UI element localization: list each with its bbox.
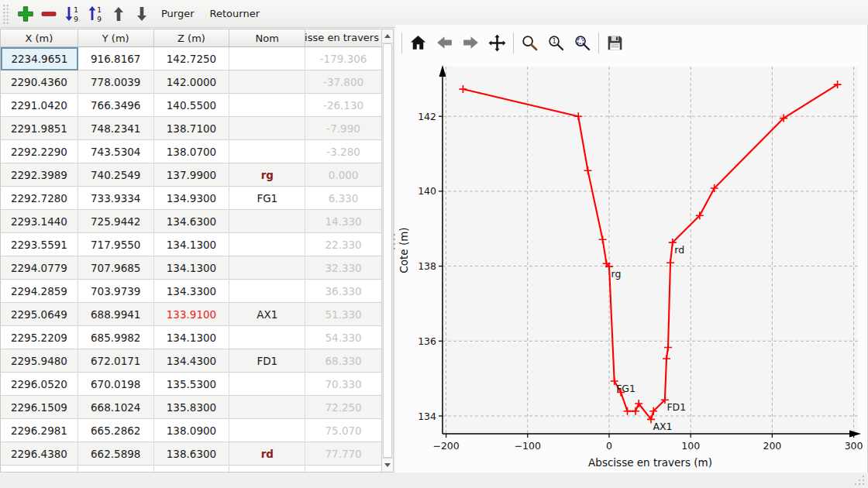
cell-x[interactable]: 2294.2859 [1, 280, 78, 303]
cell-z[interactable]: 134.1300 [154, 256, 230, 280]
cell-nom[interactable] [229, 70, 305, 94]
cell-z[interactable]: 134.6300 [154, 210, 230, 233]
cell-y[interactable]: 740.2549 [78, 163, 154, 187]
cell-abscisse[interactable]: 36.330 [305, 280, 381, 303]
scrollbar-up-button[interactable] [382, 29, 393, 43]
cell-x[interactable]: 2296.1509 [1, 396, 78, 419]
cell-y[interactable] [78, 466, 154, 473]
cell-x[interactable] [1, 466, 78, 473]
zoom-selection-button[interactable] [572, 33, 593, 53]
toolbar-grip-handle[interactable] [2, 4, 9, 24]
cell-x[interactable]: 2295.0649 [1, 303, 78, 326]
cell-z[interactable]: 135.5300 [154, 373, 230, 396]
column-header-abscisse[interactable]: Abscisse en travers [305, 29, 381, 46]
purger-button[interactable]: Purger [153, 2, 202, 26]
cell-abscisse[interactable]: -3.280 [305, 140, 381, 163]
column-header-nom[interactable]: Nom [229, 29, 305, 46]
cell-x[interactable]: 2293.1440 [1, 210, 78, 233]
cell-nom[interactable] [229, 94, 305, 117]
cell-z[interactable]: 138.7100 [154, 117, 230, 140]
cell-z[interactable]: 137.9900 [154, 163, 230, 187]
cell-y[interactable]: 703.9739 [78, 280, 154, 303]
cell-z[interactable]: 134.1300 [154, 233, 230, 256]
zoom-button[interactable] [519, 33, 540, 53]
remove-point-button[interactable] [37, 2, 60, 26]
cell-y[interactable]: 916.8167 [78, 47, 154, 70]
cell-y[interactable]: 725.9442 [78, 210, 154, 233]
cell-z[interactable]: 138.0700 [154, 140, 230, 163]
cell-x[interactable]: 2292.2290 [1, 140, 78, 163]
cell-abscisse[interactable]: -7.990 [305, 117, 381, 140]
cell-y[interactable]: 717.9550 [78, 233, 154, 256]
cell-y[interactable]: 662.5898 [78, 442, 154, 466]
cell-nom[interactable]: rg [229, 163, 305, 187]
cell-abscisse[interactable]: 72.250 [305, 396, 381, 419]
add-point-button[interactable] [14, 2, 37, 26]
cell-abscisse[interactable]: -26.130 [305, 94, 381, 117]
cell-nom[interactable] [229, 117, 305, 140]
cell-x[interactable]: 2296.4380 [1, 442, 78, 466]
cell-z[interactable]: 138.6300 [154, 442, 230, 466]
cell-y[interactable]: 743.5304 [78, 140, 154, 163]
cell-abscisse[interactable]: 77.770 [305, 442, 381, 466]
cell-z[interactable] [154, 466, 230, 473]
retourner-button[interactable]: Retourner [202, 2, 267, 26]
cell-y[interactable]: 668.1024 [78, 396, 154, 419]
cell-z[interactable]: 134.1300 [154, 326, 230, 349]
cell-abscisse[interactable]: 54.330 [305, 326, 381, 349]
cell-abscisse[interactable]: -179.306 [305, 47, 381, 70]
cell-abscisse[interactable]: 70.330 [305, 373, 381, 396]
cell-z[interactable]: 140.5500 [154, 94, 230, 117]
cell-y[interactable]: 733.9334 [78, 187, 154, 210]
home-button[interactable] [408, 33, 429, 53]
cell-abscisse[interactable]: 22.330 [305, 233, 381, 256]
cell-abscisse[interactable] [305, 466, 381, 473]
cell-x[interactable]: 2293.5591 [1, 233, 78, 256]
cell-z[interactable]: 135.8300 [154, 396, 230, 419]
cell-abscisse[interactable]: 14.330 [305, 210, 381, 233]
cell-nom[interactable] [229, 210, 305, 233]
cell-z[interactable]: 134.3300 [154, 280, 230, 303]
column-header-x[interactable]: X (m) [1, 29, 78, 46]
column-header-y[interactable]: Y (m) [78, 29, 154, 46]
cell-nom[interactable] [229, 396, 305, 419]
cell-nom[interactable]: rd [229, 442, 305, 466]
zoom-original-button[interactable]: 1 [546, 33, 567, 53]
cell-y[interactable]: 665.2862 [78, 419, 154, 442]
cell-nom[interactable] [229, 419, 305, 442]
cell-x[interactable]: 2291.9851 [1, 117, 78, 140]
cell-x[interactable]: 2294.0779 [1, 256, 78, 280]
cell-abscisse[interactable]: 32.330 [305, 256, 381, 280]
cell-x[interactable]: 2295.9480 [1, 349, 78, 373]
scrollbar-down-button[interactable] [382, 458, 393, 472]
cell-nom[interactable] [229, 256, 305, 280]
forward-button[interactable] [460, 33, 481, 53]
cell-y[interactable]: 688.9941 [78, 303, 154, 326]
move-down-button[interactable] [130, 2, 153, 26]
cell-x[interactable]: 2292.3989 [1, 163, 78, 187]
cell-nom[interactable] [229, 280, 305, 303]
cell-nom[interactable] [229, 326, 305, 349]
column-header-z[interactable]: Z (m) [154, 29, 230, 46]
cell-z[interactable]: 134.4300 [154, 349, 230, 373]
cell-y[interactable]: 778.0039 [78, 70, 154, 94]
pan-button[interactable] [487, 33, 508, 53]
cell-abscisse[interactable]: -37.800 [305, 70, 381, 94]
cell-z[interactable]: 142.0000 [154, 70, 230, 94]
sort-descending-button[interactable]: 1 9 [84, 2, 107, 26]
cell-abscisse[interactable]: 0.000 [305, 163, 381, 187]
cell-y[interactable]: 670.0198 [78, 373, 154, 396]
table-scrollbar[interactable] [381, 29, 394, 473]
back-button[interactable] [434, 33, 455, 53]
cell-x[interactable]: 2295.2209 [1, 326, 78, 349]
cell-y[interactable]: 672.0171 [78, 349, 154, 373]
cell-abscisse[interactable]: 75.070 [305, 419, 381, 442]
cell-y[interactable]: 766.3496 [78, 94, 154, 117]
cell-y[interactable]: 748.2341 [78, 117, 154, 140]
cell-nom[interactable] [229, 373, 305, 396]
cell-nom[interactable]: AX1 [229, 303, 305, 326]
cell-nom[interactable] [229, 233, 305, 256]
cell-z[interactable]: 138.0900 [154, 419, 230, 442]
profile-plot[interactable]: −200−1000100200300134136138140142Absciss… [395, 60, 868, 474]
cell-abscisse[interactable]: 6.330 [305, 187, 381, 210]
